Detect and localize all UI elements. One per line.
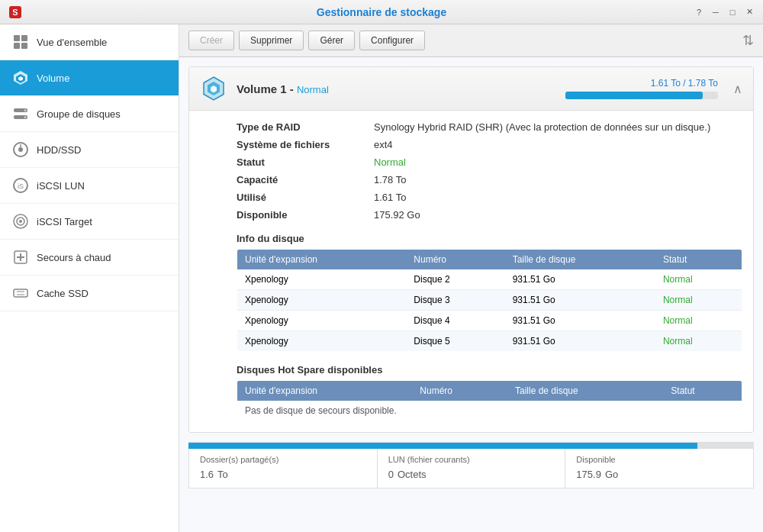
content-area: Créer Supprimer Gérer Configurer ⇅ (179, 24, 763, 532)
cell-unite: Xpenology (237, 269, 407, 290)
cell-taille: 931.51 Go (505, 311, 655, 331)
sidebar-item-iscsi-target[interactable]: iSCSI Target (0, 204, 179, 240)
sidebar-item-hdd-ssd[interactable]: HDD/SSD (0, 132, 179, 168)
sidebar-item-secours-chaud[interactable]: Secours à chaud (0, 240, 179, 276)
disks-icon (12, 105, 29, 122)
help-button[interactable]: ? (693, 6, 705, 18)
summary-bar: Dossier(s) partagé(s) 1.6 To LUN (fichie… (188, 442, 754, 488)
cell-numero: Disque 4 (406, 311, 504, 331)
cell-taille: 931.51 Go (505, 290, 655, 311)
creer-button[interactable]: Créer (188, 31, 234, 50)
supprimer-button[interactable]: Supprimer (239, 31, 304, 50)
svg-rect-24 (14, 289, 27, 297)
maximize-button[interactable]: □ (726, 6, 739, 18)
sidebar: Vue d'ensemble Volume Gro (0, 24, 179, 532)
sidebar-item-volume[interactable]: Volume (0, 60, 179, 96)
sidebar-label-hdd-ssd: HDD/SSD (37, 144, 82, 156)
detail-row-systeme-fichiers: Système de fichiers ext4 (237, 136, 742, 153)
volume-icon (12, 69, 29, 86)
volume-collapse-button[interactable]: ∧ (733, 82, 742, 96)
summary-cell-disponible: Disponible 175.9 Go (565, 449, 753, 488)
svg-rect-3 (21, 35, 27, 41)
summary-value-lun: 0 Octets (388, 466, 555, 482)
detail-label-utilise: Utilisé (237, 192, 374, 203)
detail-value-systeme-fichiers: ext4 (374, 139, 393, 150)
hdd-icon (12, 141, 29, 158)
svg-point-11 (24, 109, 27, 111)
sidebar-label-volume: Volume (37, 73, 69, 84)
cachessd-icon (12, 285, 29, 301)
summary-progress-bar (188, 443, 754, 449)
volume-panel: Volume 1 - Normal 1.61 To / 1.78 To ∧ T (179, 57, 763, 532)
sidebar-label-secours-chaud: Secours à chaud (37, 252, 111, 263)
close-button[interactable]: ✕ (743, 6, 755, 18)
no-hotspare-label: Pas de disque de secours disponible. (237, 401, 742, 421)
disk-col-numero: Numéro (406, 250, 504, 270)
summary-label-dossiers: Dossier(s) partagé(s) (200, 455, 366, 464)
summary-value-disponible: 175.9 Go (576, 466, 742, 482)
sidebar-label-vue-ensemble: Vue d'ensemble (37, 37, 107, 48)
summary-progress-fill (188, 443, 697, 449)
cell-numero: Disque 2 (406, 269, 504, 290)
detail-label-type-raid: Type de RAID (237, 121, 374, 133)
disk-col-unite: Unité d'expansion (237, 250, 407, 270)
sidebar-label-cache-ssd: Cache SSD (37, 288, 89, 299)
hotspare-col-unite: Unité d'expansion (237, 381, 413, 401)
toolbar: Créer Supprimer Gérer Configurer ⇅ (179, 24, 763, 57)
summary-value-disponible-num: 175.9 (576, 469, 601, 480)
detail-row-capacite: Capacité 1.78 To (237, 171, 742, 189)
volume-name: Volume 1 (237, 82, 287, 95)
summary-value-lun-num: 0 (388, 469, 394, 480)
hotspare-col-taille: Taille de disque (507, 381, 663, 401)
hotspare-table: Unité d'expansion Numéro Taille de disqu… (237, 380, 742, 421)
sidebar-item-iscsi-lun[interactable]: iS iSCSI LUN (0, 168, 179, 204)
volume-card: Volume 1 - Normal 1.61 To / 1.78 To ∧ T (188, 66, 754, 433)
sidebar-label-iscsi-lun: iSCSI LUN (37, 180, 85, 192)
cell-statut: Normal (655, 311, 742, 331)
summary-unit-disponible: Go (605, 469, 618, 480)
summary-label-disponible: Disponible (576, 455, 742, 464)
window-controls: ? ─ □ ✕ (693, 6, 755, 18)
sidebar-item-groupe-disques[interactable]: Groupe de disques (0, 96, 179, 132)
svg-text:S: S (12, 8, 18, 17)
configurer-button[interactable]: Configurer (359, 31, 425, 50)
disk-info-title: Info du disque (237, 233, 742, 244)
hotspare-title: Disques Hot Spare disponibles (237, 364, 742, 376)
detail-value-statut: Normal (374, 156, 406, 168)
detail-row-disponible: Disponible 175.92 Go (237, 206, 742, 224)
sort-icon[interactable]: ⇅ (742, 32, 754, 49)
app-icon: S (8, 5, 23, 20)
summary-value-dossiers-num: 1.6 (200, 469, 214, 480)
svg-rect-2 (14, 35, 20, 41)
minimize-button[interactable]: ─ (710, 6, 722, 18)
sidebar-label-groupe-disques: Groupe de disques (37, 108, 121, 120)
sidebar-item-cache-ssd[interactable]: Cache SSD (0, 276, 179, 311)
volume-header-icon (200, 75, 227, 102)
summary-label-lun: LUN (fichier courants) (388, 455, 555, 464)
summary-cell-lun: LUN (fichier courants) 0 Octets (378, 449, 566, 488)
detail-label-disponible: Disponible (237, 209, 374, 221)
detail-label-capacite: Capacité (237, 174, 374, 185)
svg-point-14 (18, 147, 23, 152)
hotspare-col-numero: Numéro (412, 381, 507, 401)
volume-progress-area: 1.61 To / 1.78 To (565, 78, 718, 99)
volume-details: Type de RAID Synology Hybrid RAID (SHR) … (189, 111, 753, 432)
table-row: Pas de disque de secours disponible. (237, 401, 742, 421)
detail-label-systeme-fichiers: Système de fichiers (237, 139, 374, 150)
volume-status-label: Normal (297, 84, 329, 95)
grid-icon (12, 34, 29, 50)
main-layout: Vue d'ensemble Volume Gro (0, 24, 763, 532)
detail-value-disponible: 175.92 Go (374, 209, 420, 221)
disk-col-statut: Statut (655, 250, 742, 270)
summary-unit-lun: Octets (398, 469, 427, 480)
volume-header-info: Volume 1 - Normal (237, 82, 556, 95)
gerer-button[interactable]: Gérer (308, 31, 355, 50)
table-row: Xpenology Disque 5 931.51 Go Normal (237, 331, 742, 352)
toolbar-right: ⇅ (742, 32, 754, 49)
sidebar-item-vue-ensemble[interactable]: Vue d'ensemble (0, 24, 179, 60)
svg-rect-5 (21, 43, 27, 49)
detail-value-capacite: 1.78 To (374, 174, 406, 185)
disk-col-taille: Taille de disque (505, 250, 655, 270)
summary-value-dossiers: 1.6 To (200, 466, 366, 482)
summary-cells: Dossier(s) partagé(s) 1.6 To LUN (fichie… (188, 449, 754, 488)
